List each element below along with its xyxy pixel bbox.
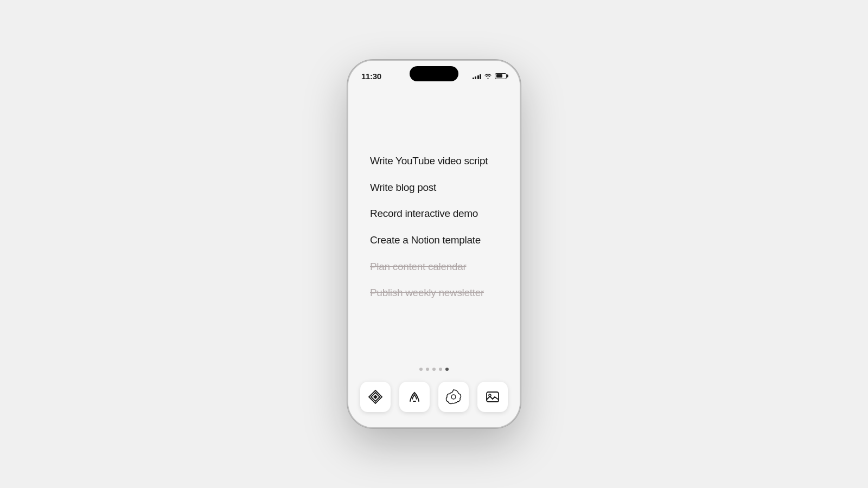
phone-screen: 11:30 [348, 61, 520, 427]
page-dots [348, 359, 520, 382]
list-item[interactable]: Record interactive demo [370, 202, 498, 226]
status-icons [473, 73, 507, 79]
task-text-5: Plan content calendar [370, 261, 467, 272]
task-text-4: Create a Notion template [370, 234, 481, 246]
page-dot-5[interactable] [445, 368, 449, 371]
signal-bar-4 [480, 74, 481, 79]
content-area: Write YouTube video script Write blog po… [348, 85, 520, 427]
signal-bar-3 [477, 75, 479, 79]
notion-app-icon[interactable] [360, 382, 391, 412]
chatgpt-app-icon[interactable] [438, 382, 469, 412]
notion-icon [367, 388, 384, 406]
phone-frame: 11:30 [347, 60, 521, 428]
svg-point-2 [489, 394, 491, 396]
photos-app-icon[interactable] [477, 382, 508, 412]
battery-icon [495, 73, 507, 79]
wifi-icon [484, 73, 492, 79]
task-text-2: Write blog post [370, 182, 436, 193]
list-item[interactable]: Publish weekly newsletter [370, 281, 498, 305]
page-dot-2[interactable] [426, 368, 429, 371]
chatgpt-icon [445, 388, 462, 406]
bottom-dock [348, 382, 520, 427]
task-text-3: Record interactive demo [370, 208, 478, 219]
phone-mockup: 11:30 [347, 60, 521, 428]
signal-bars-icon [473, 73, 482, 79]
dynamic-island [410, 66, 458, 81]
page-dot-3[interactable] [432, 368, 436, 371]
task-text-1: Write YouTube video script [370, 155, 488, 166]
task-list: Write YouTube video script Write blog po… [348, 95, 520, 359]
signal-bar-2 [475, 76, 476, 79]
list-item[interactable]: Plan content calendar [370, 255, 498, 279]
list-item[interactable]: Write YouTube video script [370, 149, 498, 174]
photos-icon [484, 388, 501, 406]
arc-icon [406, 388, 423, 406]
list-item[interactable]: Write blog post [370, 176, 498, 200]
list-item[interactable]: Create a Notion template [370, 228, 498, 253]
status-time: 11:30 [361, 72, 381, 81]
page-dot-1[interactable] [419, 368, 423, 371]
status-bar: 11:30 [348, 61, 520, 85]
svg-rect-1 [487, 392, 499, 402]
arc-app-icon[interactable] [399, 382, 430, 412]
page-dot-4[interactable] [439, 368, 442, 371]
task-text-6: Publish weekly newsletter [370, 287, 484, 298]
svg-point-0 [451, 395, 456, 399]
signal-bar-1 [473, 78, 474, 79]
